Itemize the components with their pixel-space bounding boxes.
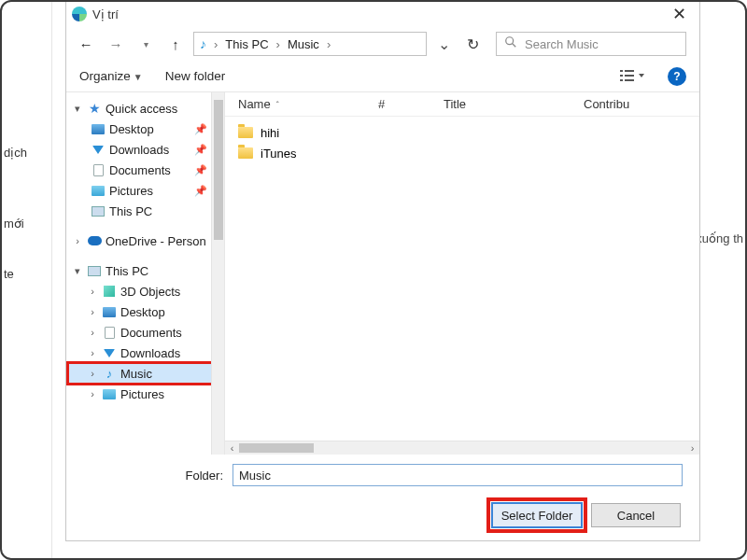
edge-icon [72,7,87,21]
folder-row[interactable]: iTunes [238,143,699,163]
svg-point-0 [506,37,514,45]
svg-rect-6 [620,79,623,81]
music-icon: ♪ [200,36,206,51]
title-bar: Vị trí ✕ [66,1,699,27]
svg-line-1 [513,44,516,48]
sidebar-item-3dobjects[interactable]: ›3D Objects [68,281,224,301]
address-bar[interactable]: ♪ › This PC › Music › [193,32,427,56]
scroll-right-icon[interactable]: › [685,442,699,454]
select-folder-highlight: Select Folder [486,497,587,533]
back-button[interactable]: ← [74,32,98,56]
music-icon: ♪ [102,366,117,381]
breadcrumb-root[interactable]: This PC [225,37,268,51]
chevron-right-icon: › [276,37,280,51]
this-pc-node[interactable]: ▾This PC [68,260,224,281]
bg-text: dịch [4,146,27,160]
breadcrumb-folder[interactable]: Music [288,37,319,51]
folder-picker-dialog: Vị trí ✕ ← → ▾ ↑ ♪ › This PC › Music › ⌄… [65,0,700,541]
onedrive-node[interactable]: ›OneDrive - Person [68,231,224,251]
folder-icon [238,127,253,138]
toolbar: Organize▼ New folder ? [66,61,699,92]
forward-button[interactable]: → [104,32,128,56]
nav-scrollbar[interactable] [211,92,224,455]
address-dropdown[interactable]: ⌄ [432,35,455,53]
recent-locations-button[interactable]: ▾ [134,32,158,56]
svg-rect-2 [620,70,623,72]
sidebar-item-music[interactable]: ›♪Music [68,363,224,384]
svg-rect-5 [625,75,634,77]
sidebar-item-desktop[interactable]: Desktop📌 [68,119,224,139]
search-input[interactable]: Search Music [496,32,686,56]
svg-rect-4 [620,75,623,77]
pin-icon: 📌 [194,123,207,135]
sidebar-item-desktop2[interactable]: ›Desktop [68,301,224,322]
cancel-button[interactable]: Cancel [591,503,681,527]
chevron-right-icon: › [327,37,331,51]
file-pane-hscroll[interactable]: ‹ › [225,441,699,455]
sort-asc-icon: ˆ [276,100,279,109]
help-button[interactable]: ? [668,67,686,86]
organize-menu[interactable]: Organize▼ [79,69,143,83]
sidebar-item-thispc-pin[interactable]: This PC [68,201,224,221]
file-list-pane: Nameˆ # Title Contribu hihi iTunes ‹ › [225,92,699,455]
sidebar-item-downloads2[interactable]: ›Downloads [68,343,224,363]
sidebar-item-documents2[interactable]: ›Documents [68,322,224,343]
navigation-pane: ▾★ Quick access Desktop📌 Downloads📌 Docu… [66,92,225,455]
sidebar-item-documents[interactable]: Documents📌 [68,160,224,180]
navigation-row: ← → ▾ ↑ ♪ › This PC › Music › ⌄ ↻ Search… [66,27,699,61]
scroll-left-icon[interactable]: ‹ [225,442,239,454]
sidebar-item-downloads[interactable]: Downloads📌 [68,139,224,160]
quick-access-node[interactable]: ▾★ Quick access [68,98,224,119]
column-headers[interactable]: Nameˆ # Title Contribu [225,92,699,117]
pin-icon: 📌 [194,185,207,197]
sidebar-item-pictures2[interactable]: ›Pictures [68,384,224,404]
bg-text: te [4,267,14,281]
dialog-title: Vị trí [92,7,665,21]
folder-label: Folder: [83,469,223,483]
sidebar-item-pictures[interactable]: Pictures📌 [68,180,224,201]
view-options-button[interactable] [619,68,645,85]
svg-rect-7 [625,79,634,81]
pin-icon: 📌 [194,164,207,176]
search-icon [504,35,517,52]
chevron-right-icon: › [214,37,218,51]
dialog-footer: Folder: Select Folder Cancel [66,455,699,527]
bg-text: mới [4,217,24,231]
folder-icon [238,147,253,159]
folder-name-input[interactable] [233,464,683,486]
pin-icon: 📌 [194,144,207,156]
select-folder-button[interactable]: Select Folder [492,503,582,527]
up-button[interactable]: ↑ [163,32,188,56]
folder-row[interactable]: hihi [238,122,699,143]
new-folder-button[interactable]: New folder [165,69,226,83]
refresh-button[interactable]: ↻ [460,35,485,53]
close-button[interactable]: ✕ [665,4,694,24]
svg-rect-3 [625,70,634,72]
search-placeholder: Search Music [525,37,599,51]
